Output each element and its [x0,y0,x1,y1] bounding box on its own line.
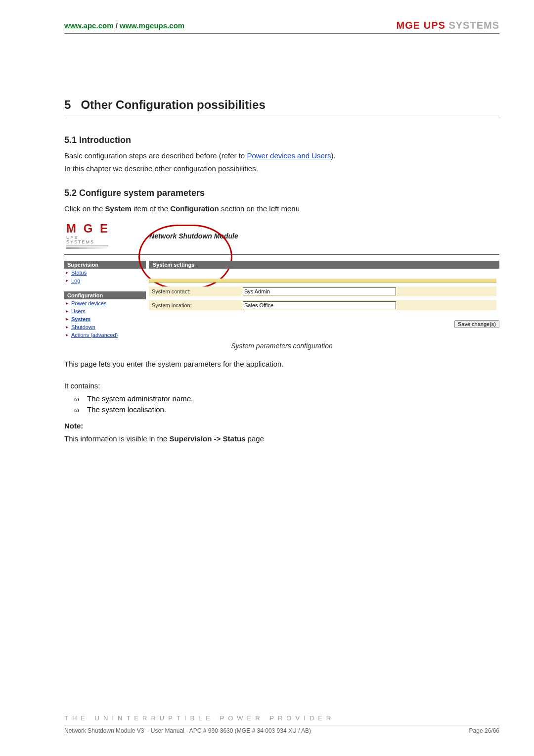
list-item: The system localisation. [74,404,499,416]
ui-logo-small: UPS SYSTEMS [66,236,108,246]
sec2-instruction: Click on the System item of the Configur… [64,203,499,214]
sidebar-item-status[interactable]: Status [64,269,146,277]
form-row-contact: System contact: [149,286,496,296]
page-header: www.apc.com / www.mgeups.com MGE UPS SYS… [64,20,499,34]
form-row-location: System location: [149,300,496,310]
input-system-location[interactable] [243,301,396,309]
ui-main-panel: System settings System contact: System l… [146,255,499,339]
input-system-contact[interactable] [243,287,396,295]
page-footer: THE UNINTERRUPTIBLE POWER PROVIDER Netwo… [64,714,499,734]
footer-tagline: THE UNINTERRUPTIBLE POWER PROVIDER [64,714,499,722]
header-links: www.apc.com / www.mgeups.com [64,21,184,30]
sidebar-item-actions-advanced[interactable]: Actions (advanced) [64,331,146,339]
panel-title: System settings [149,261,499,269]
brand-logo: MGE UPS SYSTEMS [397,20,499,31]
sidebar-item-shutdown[interactable]: Shutdown [64,323,146,331]
link-mgeups[interactable]: www.mgeups.com [120,21,184,30]
sidebar-item-power-devices[interactable]: Power devices [64,299,146,307]
logo-ups: UPS [424,20,449,31]
note-label: Note: [64,421,499,431]
figure-caption: System parameters configuration [64,342,499,350]
ui-header-bar: M G E UPS SYSTEMS Network Shutdown Modul… [64,220,499,255]
contains-list: The system administrator name. The syste… [74,393,499,416]
chapter-heading: 5 Other Configuration possibilities [64,98,499,115]
section-5-2-heading: 5.2 Configure system parameters [64,188,499,198]
ui-app-title: Network Shutdown Module [149,232,238,240]
embedded-screenshot: M G E UPS SYSTEMS Network Shutdown Modul… [64,220,499,339]
label-system-location: System location: [149,302,243,308]
sidebar-head-configuration: Configuration [64,291,146,299]
after-paragraph-2: It contains: [64,380,499,391]
sidebar-item-users[interactable]: Users [64,307,146,315]
ui-logo-underline [66,247,108,249]
link-separator: / [113,21,120,30]
footer-page-number: Page 26/66 [469,727,499,734]
ui-logo-big: M G E [66,223,110,235]
intro-paragraph-1: Basic configuration steps are described … [64,150,499,161]
chapter-title: Other Configuration possibilities [81,98,265,111]
link-apc[interactable]: www.apc.com [64,21,113,30]
section-5-1-heading: 5.1 Introduction [64,135,499,145]
sidebar-head-supervision: Supervision [64,261,146,269]
note-text: This information is visible in the Super… [64,433,499,444]
chapter-number: 5 [64,98,71,111]
ui-logo: M G E UPS SYSTEMS [66,223,110,249]
logo-systems: SYSTEMS [448,20,499,31]
sidebar-item-log[interactable]: Log [64,277,146,284]
panel-divider [149,279,496,283]
save-changes-button[interactable]: Save change(s) [454,320,499,328]
logo-mge: MGE [397,20,424,31]
link-power-devices-users[interactable]: Power devices and Users [247,151,331,160]
ui-sidebar: Supervision Status Log Configuration Pow… [64,255,146,339]
intro-paragraph-2: In this chapter we describe other config… [64,163,499,174]
footer-doc-id: Network Shutdown Module V3 – User Manual… [64,727,311,734]
label-system-contact: System contact: [149,288,243,294]
list-item: The system administrator name. [74,393,499,405]
sidebar-item-system[interactable]: System [64,315,146,323]
after-paragraph-1: This page lets you enter the system para… [64,359,499,370]
